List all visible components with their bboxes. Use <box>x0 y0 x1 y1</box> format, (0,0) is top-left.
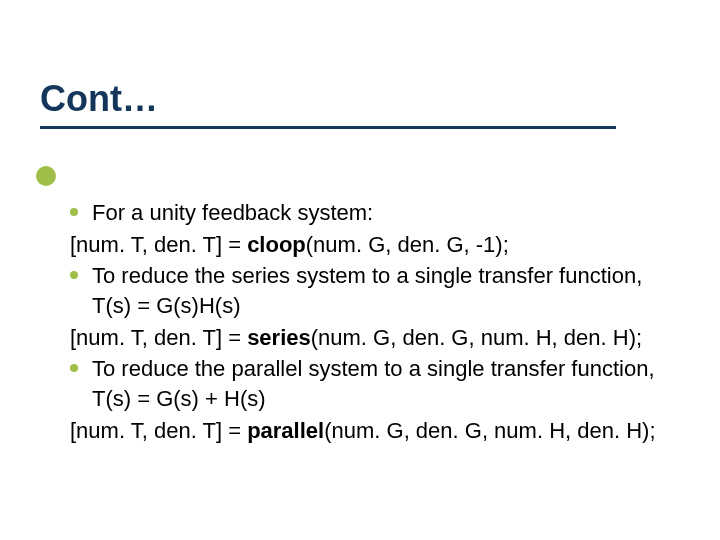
text-run: (num. G, den. G, num. H, den. H); <box>324 418 655 443</box>
text-run: [num. T, den. T] = <box>70 418 247 443</box>
bullet-text: To reduce the series system to a single … <box>92 261 684 320</box>
text-run: To reduce the parallel system to a singl… <box>92 356 655 411</box>
bullet-text: To reduce the parallel system to a singl… <box>92 354 684 413</box>
text-run: To reduce the series system to a single … <box>92 263 642 318</box>
title-region: Cont… <box>40 78 680 129</box>
keyword-text: parallel <box>247 418 324 443</box>
slide: Cont… For a unity feedback system:[num. … <box>0 0 720 540</box>
slide-title: Cont… <box>40 78 680 120</box>
bullet-item: For a unity feedback system: <box>70 198 684 228</box>
text-run: For a unity feedback system: <box>92 200 373 225</box>
text-run: (num. G, den. G, -1); <box>306 232 509 257</box>
text-run: [num. T, den. T] = <box>70 325 247 350</box>
bullet-text: For a unity feedback system: <box>92 198 684 228</box>
text-run: [num. T, den. T] = <box>70 232 247 257</box>
code-line: [num. T, den. T] = series(num. G, den. G… <box>70 323 684 353</box>
code-line: [num. T, den. T] = parallel(num. G, den.… <box>70 416 684 446</box>
bullet-item: To reduce the parallel system to a singl… <box>70 354 684 413</box>
bullet-dot-icon <box>70 364 78 372</box>
bullet-dot-icon <box>70 208 78 216</box>
body-text-region: For a unity feedback system:[num. T, den… <box>70 198 684 448</box>
title-underline <box>40 126 616 129</box>
keyword-text: cloop <box>247 232 306 257</box>
text-run: (num. G, den. G, num. H, den. H); <box>311 325 642 350</box>
accent-disc-icon <box>36 166 56 186</box>
bullet-item: To reduce the series system to a single … <box>70 261 684 320</box>
code-line: [num. T, den. T] = cloop(num. G, den. G,… <box>70 230 684 260</box>
keyword-text: series <box>247 325 311 350</box>
bullet-dot-icon <box>70 271 78 279</box>
